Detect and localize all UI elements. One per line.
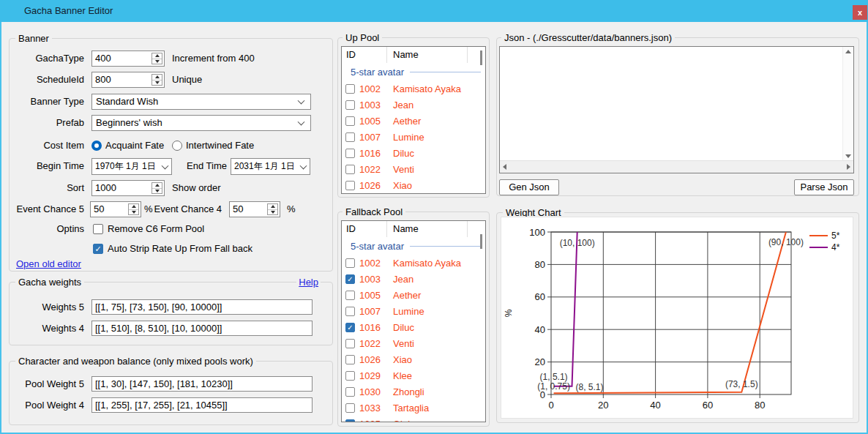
spin-down-icon[interactable] xyxy=(152,59,162,64)
spin-down-icon[interactable] xyxy=(152,81,162,86)
weights-5-input[interactable] xyxy=(91,299,313,315)
json-editor[interactable] xyxy=(499,46,854,173)
row-checkbox[interactable] xyxy=(345,403,355,413)
list-item[interactable]: ✓1003Jean xyxy=(342,271,485,287)
list-item[interactable]: 1030Zhongli xyxy=(342,384,485,400)
spin-up-icon[interactable] xyxy=(152,75,162,81)
row-name: Klee xyxy=(393,370,412,381)
banner-type-select[interactable]: Standard Wish xyxy=(91,94,311,110)
fallback-pool-list[interactable]: ID Name 5-star avatar 1002Kamisato Ayaka… xyxy=(341,220,486,422)
up-pool-header-name[interactable]: Name xyxy=(387,47,468,63)
list-item[interactable]: 1033Tartaglia xyxy=(342,400,485,416)
list-item[interactable]: 1029Klee xyxy=(342,367,485,384)
row-checkbox[interactable] xyxy=(345,339,355,348)
row-checkbox[interactable] xyxy=(345,149,355,158)
sort-input[interactable]: 1000 xyxy=(91,180,165,196)
sort-spinner[interactable] xyxy=(151,182,162,194)
list-item[interactable]: 1026Xiao xyxy=(342,351,485,367)
gachatype-spinner[interactable] xyxy=(151,53,162,64)
begin-time-picker[interactable]: 1970年 1月 1日 xyxy=(91,158,172,175)
up-pool-header-id[interactable]: ID xyxy=(342,47,387,63)
weights-4-input[interactable] xyxy=(91,321,313,336)
open-old-editor-link[interactable]: Open old editor xyxy=(16,258,81,269)
gachatype-input[interactable]: 400 xyxy=(91,50,165,67)
svg-text:(1, 5.1): (1, 5.1) xyxy=(540,372,568,382)
end-time-picker[interactable]: 2031年 1月 1日 xyxy=(231,158,310,175)
list-item[interactable]: 1022Venti xyxy=(342,161,485,177)
row-checkbox-checked[interactable]: ✓ xyxy=(345,419,355,423)
svg-text:80: 80 xyxy=(535,259,545,270)
row-checkbox[interactable] xyxy=(345,132,355,142)
row-checkbox[interactable] xyxy=(345,387,355,397)
row-checkbox[interactable] xyxy=(345,84,355,94)
row-name: Xiao xyxy=(393,180,412,191)
event-chance-4-spinner[interactable] xyxy=(267,203,278,215)
list-item[interactable]: 1005Aether xyxy=(342,113,485,129)
chevron-down-icon xyxy=(298,97,305,105)
row-checkbox[interactable] xyxy=(345,100,355,110)
fallback-pool-header-name[interactable]: Name xyxy=(387,221,468,237)
row-checkbox[interactable] xyxy=(345,258,355,268)
spin-up-icon[interactable] xyxy=(152,53,162,59)
scheduleid-input[interactable]: 800 xyxy=(91,72,165,88)
remove-c6-checkbox[interactable] xyxy=(93,224,103,234)
parse-json-button[interactable]: Parse Json xyxy=(794,179,854,195)
up-pool-group-header[interactable]: 5-star avatar xyxy=(342,63,485,81)
help-link[interactable]: Help xyxy=(296,276,321,288)
event-chance-5-input[interactable]: 50 xyxy=(90,201,141,217)
up-pool-scrollbar-thumb[interactable] xyxy=(480,50,482,65)
intertwined-fate-radio[interactable] xyxy=(172,141,182,151)
json-textarea[interactable] xyxy=(500,47,843,161)
list-item[interactable]: 1002Kamisato Ayaka xyxy=(342,81,485,97)
scroll-left-icon[interactable] xyxy=(503,164,506,170)
row-checkbox[interactable] xyxy=(345,291,355,300)
row-checkbox[interactable] xyxy=(345,165,355,174)
row-checkbox-checked[interactable]: ✓ xyxy=(345,323,355,332)
sort-hint: Show order xyxy=(172,180,220,196)
prefab-select[interactable]: Beginners' wish xyxy=(91,115,311,131)
json-group-legend: Json - (./Gresscutter/data/banners.json) xyxy=(501,31,675,44)
row-checkbox[interactable] xyxy=(345,181,355,190)
event-chance-5-spinner[interactable] xyxy=(128,203,139,215)
close-button[interactable]: x xyxy=(853,5,867,20)
list-item[interactable]: 1002Kamisato Ayaka xyxy=(342,255,485,271)
list-item[interactable]: 1016Diluc xyxy=(342,145,485,161)
pool-weight-4-input[interactable] xyxy=(91,397,313,413)
fallback-pool-header-id[interactable]: ID xyxy=(342,221,387,237)
fallback-pool-group-header[interactable]: 5-star avatar xyxy=(342,237,485,255)
pool-weight-5-input[interactable] xyxy=(91,376,313,392)
row-checkbox[interactable] xyxy=(345,116,355,126)
scheduleid-spinner[interactable] xyxy=(151,74,162,86)
auto-strip-checkbox[interactable]: ✓ xyxy=(93,244,103,254)
json-vertical-scrollbar[interactable] xyxy=(842,47,853,161)
row-checkbox[interactable] xyxy=(345,355,355,364)
up-pool-list[interactable]: ID Name 5-star avatar 1002Kamisato Ayaka… xyxy=(341,46,486,194)
spin-down-icon[interactable] xyxy=(152,189,162,194)
scroll-down-icon[interactable] xyxy=(845,154,851,158)
titlebar[interactable]: Gacha Banner Editor x xyxy=(0,0,868,22)
spin-up-icon[interactable] xyxy=(268,204,277,210)
fallback-pool-scrollbar-thumb[interactable] xyxy=(480,234,482,249)
scroll-up-icon[interactable] xyxy=(845,50,851,53)
scroll-right-icon[interactable] xyxy=(847,164,850,170)
spin-up-icon[interactable] xyxy=(129,204,138,210)
spin-down-icon[interactable] xyxy=(268,210,277,215)
event-chance-4-input[interactable]: 50 xyxy=(229,201,280,217)
list-item[interactable]: 1026Xiao xyxy=(342,177,485,193)
row-checkbox[interactable] xyxy=(345,371,355,381)
list-item[interactable]: ✓1016Diluc xyxy=(342,319,485,335)
json-horizontal-scrollbar[interactable] xyxy=(500,160,853,173)
row-checkbox[interactable] xyxy=(345,307,355,316)
list-item[interactable]: 1022Venti xyxy=(342,335,485,351)
list-item[interactable]: 1007Lumine xyxy=(342,303,485,319)
pool-weight-4-label: Pool Weight 4 xyxy=(9,397,84,414)
list-item[interactable]: 1005Aether xyxy=(342,287,485,303)
list-item[interactable]: 1003Jean xyxy=(342,97,485,113)
acquaint-fate-radio[interactable] xyxy=(91,141,102,151)
row-checkbox-checked[interactable]: ✓ xyxy=(345,274,355,284)
list-item[interactable]: ✓1035Qiqi xyxy=(342,416,485,422)
gen-json-button[interactable]: Gen Json xyxy=(499,179,559,195)
list-item[interactable]: 1007Lumine xyxy=(342,129,485,145)
spin-up-icon[interactable] xyxy=(152,183,162,189)
spin-down-icon[interactable] xyxy=(129,210,138,215)
